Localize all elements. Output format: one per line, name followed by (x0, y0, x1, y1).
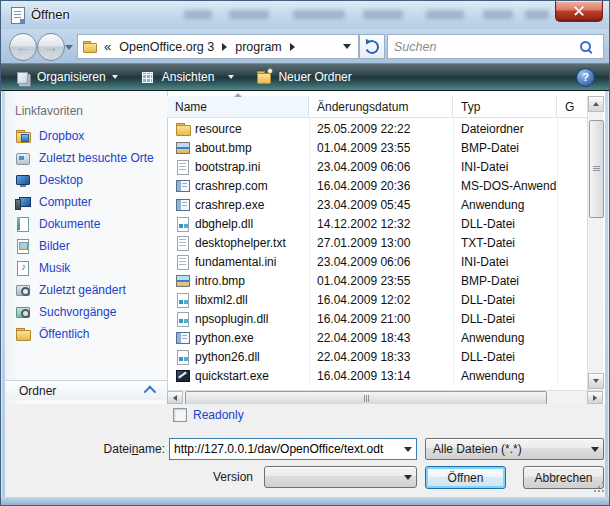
favorite-label: Dokumente (39, 217, 100, 231)
file-row[interactable]: fundamental.ini 23.04.2009 06:06 INI-Dat… (167, 252, 587, 271)
column-header-modified[interactable]: Änderungsdatum (309, 96, 453, 117)
favorite-link[interactable]: Dropbox (5, 125, 167, 147)
favorite-label: Bilder (39, 239, 70, 253)
file-modified-date: 16.04.2009 13:14 (309, 366, 453, 385)
file-row[interactable]: libxml2.dll 16.04.2009 12:02 DLL-Datei (167, 290, 587, 309)
background-ghost (426, 10, 464, 19)
scroll-left-button[interactable] (167, 391, 183, 404)
cancel-button-label: Abbrechen (534, 471, 592, 485)
refresh-button[interactable] (359, 34, 385, 59)
version-select[interactable] (264, 466, 417, 488)
dialog-icon (11, 7, 25, 24)
favorites-header: Linkfavoriten (15, 104, 83, 118)
open-button[interactable]: Öffnen (425, 466, 506, 489)
music-icon (15, 260, 31, 276)
file-row[interactable]: python.exe 22.04.2009 18:43 Anwendung (167, 328, 587, 347)
breadcrumb-segment[interactable]: program (229, 35, 288, 58)
views-button[interactable]: Ansichten (132, 66, 243, 88)
filetype-value: Alle Dateien (*.*) (426, 442, 587, 456)
breadcrumb-segment[interactable]: OpenOffice.org 3 (113, 35, 220, 58)
favorite-link[interactable]: Musik (5, 257, 167, 279)
vertical-scrollbar[interactable] (587, 96, 603, 390)
file-row[interactable]: crashrep.exe 23.04.2009 05:45 Anwendung (167, 195, 587, 214)
background-ghost (229, 10, 269, 19)
file-name: intro.bmp (195, 274, 245, 288)
file-row[interactable]: resource 25.05.2009 22:22 Dateiordner (167, 119, 587, 138)
file-name: quickstart.exe (195, 369, 269, 383)
cancel-button[interactable]: Abbrechen (523, 466, 604, 489)
column-header-type[interactable]: Typ (453, 96, 557, 117)
favorite-link[interactable]: Öffentlich (5, 323, 167, 345)
file-row[interactable]: desktophelper.txt 27.01.2009 13:00 TXT-D… (167, 233, 587, 252)
favorites-list: Dropbox Zuletzt besuchte Orte Desktop Co… (5, 125, 167, 345)
folders-expander[interactable]: Ordner (5, 380, 167, 400)
back-button[interactable]: ← (9, 33, 37, 61)
quickstart-application-icon (175, 368, 191, 384)
favorites-sidebar: Linkfavoriten Dropbox Zuletzt besuchte O… (5, 91, 167, 404)
readonly-checkbox[interactable] (173, 408, 187, 422)
column-header-size[interactable]: G (557, 96, 587, 117)
text-file-icon (175, 235, 191, 251)
computer-icon (15, 194, 31, 210)
close-button[interactable] (555, 1, 603, 22)
forward-button[interactable]: → (37, 33, 65, 61)
file-name: python.exe (195, 331, 254, 345)
version-dropdown-button[interactable] (400, 467, 416, 487)
scroll-up-button[interactable] (588, 96, 604, 112)
filename-combobox (169, 438, 417, 460)
breadcrumb-separator-icon[interactable] (290, 43, 295, 51)
search-input[interactable] (388, 35, 580, 58)
dll-file-icon (175, 292, 191, 308)
file-row[interactable]: intro.bmp 01.04.2009 23:55 BMP-Datei (167, 271, 587, 290)
file-name: crashrep.exe (195, 198, 264, 212)
favorite-link[interactable]: Zuletzt besuchte Orte (5, 147, 167, 169)
horizontal-scrollbar-thumb[interactable] (185, 391, 547, 405)
favorite-link[interactable]: Bilder (5, 235, 167, 257)
file-row[interactable]: crashrep.com 16.04.2009 20:36 MS-DOS-Anw… (167, 176, 587, 195)
bitmap-image-icon (175, 140, 191, 156)
favorite-label: Suchvorgänge (39, 305, 116, 319)
favorite-link[interactable]: Desktop (5, 169, 167, 191)
file-row[interactable]: dbghelp.dll 14.12.2002 12:32 DLL-Datei (167, 214, 587, 233)
breadcrumb-overflow[interactable]: « (102, 39, 113, 54)
favorite-link[interactable]: Zuletzt geändert (5, 279, 167, 301)
file-modified-date: 27.01.2009 13:00 (309, 233, 453, 252)
new-folder-button[interactable]: Neuer Ordner (248, 66, 359, 88)
file-row[interactable]: python26.dll 22.04.2009 18:33 DLL-Datei (167, 347, 587, 366)
favorite-link[interactable]: Computer (5, 191, 167, 213)
readonly-label[interactable]: Readonly (193, 408, 244, 422)
filetype-select[interactable]: Alle Dateien (*.*) (425, 438, 604, 460)
filename-input[interactable] (170, 439, 400, 459)
file-modified-date: 22.04.2009 18:43 (309, 328, 453, 347)
file-row[interactable]: bootstrap.ini 23.04.2009 06:06 INI-Datei (167, 157, 587, 176)
history-chevron-icon[interactable] (65, 45, 73, 50)
filetype-dropdown-button[interactable] (587, 439, 603, 459)
file-row[interactable]: npsoplugin.dll 16.04.2009 21:00 DLL-Date… (167, 309, 587, 328)
title-bar[interactable]: Öffnen (1, 1, 609, 29)
filename-dropdown-button[interactable] (400, 439, 416, 459)
scroll-down-button[interactable] (588, 373, 604, 389)
file-row[interactable]: quickstart.exe 16.04.2009 13:14 Anwendun… (167, 366, 587, 385)
file-type: DLL-Datei (453, 347, 557, 366)
search-icon[interactable] (580, 41, 591, 52)
file-modified-date: 16.04.2009 20:36 (309, 176, 453, 195)
column-header-name[interactable]: Name (167, 96, 309, 117)
favorite-link[interactable]: Dokumente (5, 213, 167, 235)
new-folder-icon (256, 69, 272, 85)
file-modified-date: 01.04.2009 23:55 (309, 138, 453, 157)
ini-file-icon (175, 159, 191, 175)
file-type: Anwendung (453, 195, 557, 214)
chevron-down-icon (228, 75, 234, 79)
favorite-link[interactable]: Suchvorgänge (5, 301, 167, 323)
breadcrumb-separator-icon[interactable] (222, 43, 227, 51)
file-type: BMP-Datei (453, 271, 557, 290)
vertical-scrollbar-thumb[interactable] (589, 120, 604, 218)
filename-label: Dateiname: (61, 442, 165, 456)
organize-button[interactable]: Organisieren (7, 66, 126, 88)
file-row[interactable]: about.bmp 01.04.2009 23:55 BMP-Datei (167, 138, 587, 157)
help-icon[interactable]: ? (576, 68, 595, 87)
address-dropdown-icon[interactable] (343, 44, 351, 49)
scroll-right-button[interactable] (587, 391, 603, 404)
resize-grip[interactable] (594, 482, 604, 492)
thumb-grip (593, 166, 600, 167)
